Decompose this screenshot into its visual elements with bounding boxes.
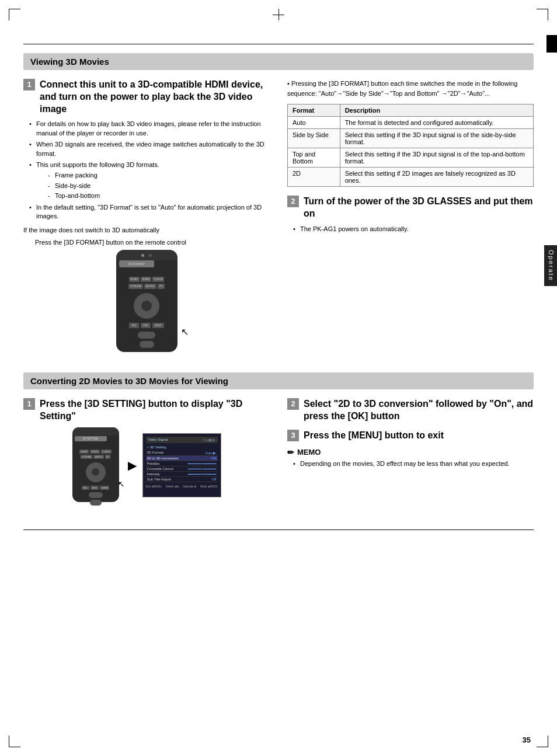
row-label-format: 3D Format [147, 451, 163, 455]
r2-dava: DAVA [100, 486, 109, 490]
format-tab: Top and Bottom [288, 148, 340, 168]
r2-nav [86, 462, 106, 482]
screen-row-intensity: Intensity ▬▬▬▬▬▬ ▬▬▬▬▬▬ [146, 472, 218, 477]
step1-badge: 1 [23, 79, 35, 90]
memo-title-row: ✏ MEMO [287, 448, 534, 457]
footer-select: Select ●⊞ [166, 485, 179, 488]
memo-label: MEMO [297, 448, 321, 457]
footer-exit: Exit ●MENU [146, 485, 162, 488]
format-col-header: Format [288, 104, 340, 117]
screen-header-icons: □ t ⊞ ⊙ [203, 438, 215, 442]
step1-bullet-3: This unit supports the following 3D form… [29, 161, 270, 201]
screen-row-3dto3d: 3D to 3D conversion ON [146, 456, 218, 461]
remote-wheel [138, 332, 155, 339]
section2-step3-badge: 3 [287, 430, 299, 441]
arrow-right: ▶ [128, 458, 137, 472]
corner-mark-bl [9, 736, 20, 747]
pc-btn: PC [158, 284, 165, 289]
row-val-crosstalk: ▬▬▬▬▬▬ ▬▬▬▬▬▬ [187, 467, 216, 471]
3d-setting-screen: Video Signal □ t ⊞ ⊙ > 3D Setting 3D For… [142, 433, 221, 497]
step1-header: 1 Connect this unit to a 3D-compatible H… [23, 79, 270, 115]
section2-step2-title: Select "2D to 3D conversion" followed by… [304, 398, 534, 423]
screen-row-parallax: Parallax ▬▬▬▬▬▬ ▬▬▬▬▬▬ [146, 461, 218, 466]
bottom-divider [23, 529, 534, 530]
section2-step1-badge: 1 [23, 398, 35, 410]
operate-tab: Operate [544, 245, 557, 286]
memo-icon: ✏ [287, 448, 294, 457]
r2-cursor: ↖ [118, 479, 125, 489]
corner-mark-tl [9, 9, 20, 20]
desc-tab: Select this setting if the 3D input sign… [340, 148, 533, 168]
3d-setting-label: 3D SETTING [75, 436, 107, 441]
remote-dot-1 [141, 254, 144, 257]
r2-stream: STREAM [81, 455, 93, 459]
format-sbs: Side by Side [288, 129, 340, 148]
screen-footer: Exit ●MENU Select ●⊞ Operate ⊞ Back ●BAC… [146, 485, 218, 488]
row-val-subtitle: Off [212, 478, 217, 481]
remote-top [116, 250, 177, 260]
row-label-intensity: Intensity [147, 472, 160, 476]
remote-wheel2 [140, 341, 154, 348]
description-col-header: Description [340, 104, 533, 117]
section2-header: Converting 2D Movies to 3D Movies for Vi… [23, 372, 534, 389]
step2-area: 2 Turn of the power of the 3D GLASSES an… [287, 196, 534, 234]
section1-header: Viewing 3D Movies [23, 53, 534, 70]
format-table-header-row: Format Description [288, 104, 534, 117]
section2-step2-header: 2 Select "2D to 3D conversion" followed … [287, 398, 534, 423]
screen-header: Video Signal □ t ⊞ ⊙ [146, 437, 218, 443]
row-label-crosstalk: Crosstalk Cancel [147, 467, 173, 471]
screen-header-left: Video Signal [148, 438, 168, 442]
stream-btn: STREAM [128, 284, 143, 289]
top-divider [23, 44, 534, 44]
desc-auto: The format is detected and configured au… [340, 117, 533, 129]
remote-input-row2: STREAM MATRX PC [116, 283, 177, 290]
format-2d: 2D [288, 168, 340, 187]
format-auto: Auto [288, 117, 340, 129]
table-row-tab: Top and Bottom Select this setting if th… [288, 148, 534, 168]
screen-row-subtitle: Sub Title Adjust Off [146, 477, 218, 482]
r2-pc: PC [105, 455, 111, 459]
step1-title: Connect this unit to a 3D-compatible HDM… [40, 79, 270, 115]
section2-content: 1 Press the [3D SETTING] button to displ… [23, 398, 534, 506]
cursor-arrow: ↖ [181, 326, 189, 337]
row-label-3dto3d: 3D to 3D conversion [147, 457, 179, 460]
press-text: Press the [3D FORMAT] button on the remo… [23, 238, 270, 248]
corner-mark-tr [537, 9, 548, 20]
table-row-auto: Auto The format is detected and configur… [288, 117, 534, 129]
r2-nav-center [92, 468, 99, 476]
ade-btn: ADE [141, 323, 151, 328]
section2-left-col: 1 Press the [3D SETTING] button to displ… [23, 398, 270, 506]
footer-back: Back ●BACK [200, 485, 217, 488]
section1-content: 1 Connect this unit to a 3D-compatible H… [23, 79, 534, 361]
step1-sub-bullets: Frame packing Side-by-side Top-and-botto… [36, 171, 270, 200]
step1-bullet-4: In the default setting, "3D Format" is s… [29, 203, 270, 221]
step1-bullet-2: When 3D signals are received, the video … [29, 140, 270, 158]
section2-remote-screen: 3D SETTING HDMI1 HDMI2 COAXR STREAM MATR… [23, 427, 270, 503]
r2-hdmi1: HDMI1 [79, 450, 89, 454]
section1-left-col: 1 Connect this unit to a 3D-compatible H… [23, 79, 270, 361]
table-row-2d: 2D Select this setting if 2D images are … [288, 168, 534, 187]
section2-step3-title: Press the [MENU] button to exit [304, 430, 444, 442]
r2-bottom: AVL ADE DAVA [72, 485, 119, 490]
coaxr-btn: COAXR [152, 277, 164, 282]
r2-ade: ADE [90, 486, 99, 490]
r2-wheel [89, 492, 103, 498]
hdmi2-btn: HDMI2 [141, 277, 151, 282]
pressing-text: • Pressing the [3D FORMAT] button each t… [287, 79, 534, 98]
remote-control-image: 3D FORMAT HDMI1 HDMI2 COAXR STREAM MA [100, 250, 193, 358]
section1-right-col: • Pressing the [3D FORMAT] button each t… [287, 79, 534, 361]
step2-title: Turn of the power of the 3D GLASSES and … [304, 196, 534, 220]
top-center-cross [273, 9, 284, 20]
step2-header: 2 Turn of the power of the 3D GLASSES an… [287, 196, 534, 220]
remote2-body: 3D SETTING HDMI1 HDMI2 COAXR STREAM MATR… [72, 427, 119, 502]
row-val-3dto3d: ON [211, 457, 217, 460]
page-number: 35 [523, 736, 531, 744]
if-text: If the image does not switch to 3D autom… [23, 225, 270, 235]
r2-hdmi2: HDMI2 [90, 450, 99, 454]
section2-step1-header: 1 Press the [3D SETTING] button to displ… [23, 398, 270, 423]
memo-bullet-1: Depending on the movies, 3D effect may b… [293, 459, 534, 468]
format-table: Format Description Auto The format is de… [287, 104, 534, 187]
screen-row-crosstalk: Crosstalk Cancel ▬▬▬▬▬▬ ▬▬▬▬▬▬ [146, 466, 218, 472]
remote2-row2: STREAM MATRX PC [72, 454, 119, 459]
matrx-btn: MATRX [144, 284, 156, 289]
